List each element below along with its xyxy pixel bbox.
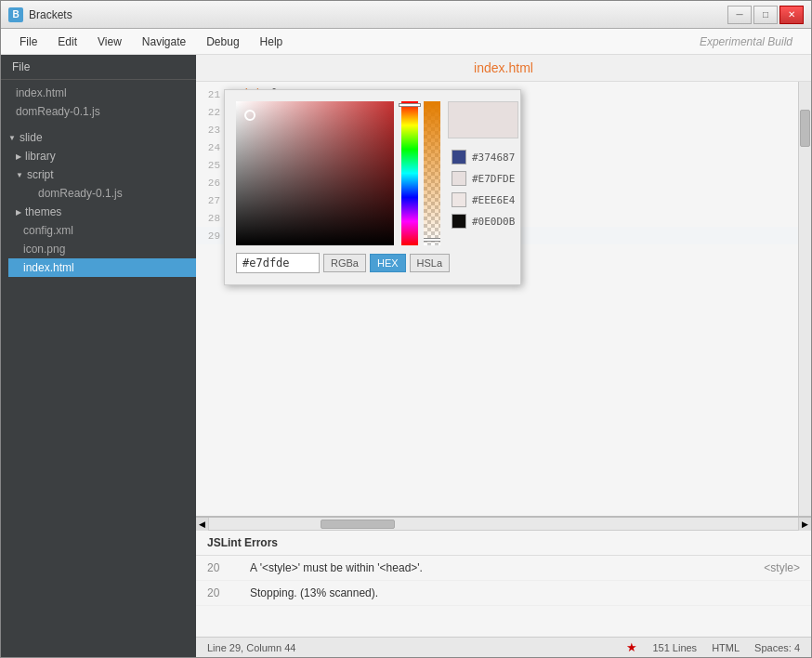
error-row-2[interactable]: 20 Stopping. (13% scanned). <box>196 581 811 606</box>
minimize-button[interactable]: ─ <box>727 6 752 24</box>
editor-container: 21 .ui-h { 22 height: 40px; 23 } <box>196 82 811 516</box>
opacity-slider[interactable] <box>424 101 440 245</box>
swatch-color-2 <box>452 171 466 186</box>
hex-mode-button[interactable]: HEX <box>370 254 406 272</box>
error-indicator-icon: ★ <box>626 640 637 654</box>
sliders-area <box>401 101 440 245</box>
hex-input[interactable] <box>236 253 320 273</box>
folder-arrow: ▼ <box>16 171 23 179</box>
error-row-1[interactable]: 20 A '<style>' must be within '<head>'. … <box>196 556 811 581</box>
swatch-label-2: #E7DFDE <box>472 173 515 185</box>
app-icon-letter: B <box>12 9 19 20</box>
title-bar: B Brackets ─ □ ✕ <box>1 1 811 29</box>
cursor-position: Line 29, Column 44 <box>207 642 295 653</box>
scroll-thumb[interactable] <box>321 520 395 529</box>
folder-label: library <box>25 150 56 163</box>
saturation-overlay <box>236 101 394 245</box>
folder-label: slide <box>20 131 43 144</box>
menu-debug[interactable]: Debug <box>197 32 248 52</box>
hue-cursor <box>399 103 421 107</box>
sidebar-folder-slide[interactable]: ▼ slide <box>1 128 196 147</box>
file-label: domReady-0.1.js <box>38 187 123 200</box>
sidebar-item-config-xml[interactable]: config.xml <box>8 221 196 240</box>
file-label: index.html <box>23 261 74 274</box>
indent-mode[interactable]: Spaces: 4 <box>754 642 800 653</box>
scrollbar-thumb[interactable] <box>800 110 810 147</box>
experimental-label: Experimental Build <box>690 32 802 52</box>
menu-edit[interactable]: Edit <box>48 32 86 52</box>
status-bar-right: ★ 151 Lines HTML Spaces: 4 <box>626 640 800 654</box>
menu-navigate[interactable]: Navigate <box>133 32 195 52</box>
swatch-color-1 <box>452 150 466 164</box>
opacity-gradient <box>424 101 440 245</box>
sidebar-item-index-html-top[interactable]: index.html <box>1 84 196 102</box>
folder-arrow: ▼ <box>8 134 16 142</box>
saturation-cursor <box>244 110 255 121</box>
app-icon: B <box>8 7 23 22</box>
swatch-2[interactable]: #E7DFDE <box>448 169 518 188</box>
color-picker: #374687 #E7DFDE #EEE6E4 <box>224 89 521 285</box>
horizontal-scrollbar: ◀ ▶ <box>196 518 811 531</box>
folder-arrow: ▶ <box>16 208 21 217</box>
folder-label: script <box>27 168 54 181</box>
editor-panel: index.html 21 .ui-h { 22 height: 40p <box>196 55 811 657</box>
jslint-error-list: 20 A '<style>' must be within '<head>'. … <box>196 556 811 637</box>
color-preview-box <box>448 101 518 138</box>
slide-children: ▶ library ▼ script domReady-0.1.js <box>1 147 196 277</box>
line-count: 151 Lines <box>652 642 697 653</box>
menu-bar: File Edit View Navigate Debug Help Exper… <box>1 29 811 55</box>
swatch-label-3: #EEE6E4 <box>472 194 515 206</box>
color-preview-area: #374687 #E7DFDE #EEE6E4 <box>448 101 518 230</box>
sidebar-item-icon-png[interactable]: icon.png <box>8 240 196 258</box>
swatch-label-4: #0E0D0B <box>472 216 515 228</box>
swatch-3[interactable]: #EEE6E4 <box>448 191 518 209</box>
sidebar: File index.html domReady-0.1.js ▼ slide <box>1 55 196 657</box>
swatch-color-3 <box>452 192 466 207</box>
language-mode[interactable]: HTML <box>712 642 740 653</box>
sidebar-item-domready-top[interactable]: domReady-0.1.js <box>1 102 196 121</box>
sidebar-item-domready-script[interactable]: domReady-0.1.js <box>23 184 196 203</box>
hsla-mode-button[interactable]: HSLa <box>410 254 451 272</box>
folder-label: themes <box>25 205 61 218</box>
hue-slider[interactable] <box>401 101 418 245</box>
bottom-panel: ◀ ▶ JSLint Errors 20 A '<style>' must be… <box>196 516 811 637</box>
vertical-scrollbar[interactable] <box>798 82 811 516</box>
error-line-1: 20 <box>207 561 235 574</box>
rgba-mode-button[interactable]: RGBa <box>323 254 366 272</box>
scroll-right-button[interactable]: ▶ <box>798 518 811 531</box>
file-label: config.xml <box>23 224 73 237</box>
menu-help[interactable]: Help <box>251 32 293 52</box>
maximize-button[interactable]: □ <box>753 6 778 24</box>
window-controls: ─ □ ✕ <box>727 6 804 24</box>
menu-view[interactable]: View <box>88 32 131 52</box>
menu-file[interactable]: File <box>10 32 46 52</box>
folder-arrow: ▶ <box>16 152 21 161</box>
color-swatches: #374687 #E7DFDE #EEE6E4 <box>448 148 518 230</box>
swatch-label-1: #374687 <box>472 151 515 164</box>
file-label: domReady-0.1.js <box>16 105 100 118</box>
status-bar: Line 29, Column 44 ★ 151 Lines HTML Spac… <box>196 637 811 657</box>
editor-title: index.html <box>196 55 811 82</box>
sidebar-file-list: index.html domReady-0.1.js ▼ slide ▶ <box>1 80 196 657</box>
window-title: Brackets <box>29 8 72 21</box>
error-tag-1: <style> <box>764 561 800 574</box>
title-bar-left: B Brackets <box>8 7 72 22</box>
sidebar-folder-library[interactable]: ▶ library <box>8 147 196 165</box>
script-children: domReady-0.1.js <box>8 184 196 203</box>
sidebar-item-index-html[interactable]: index.html <box>8 258 196 277</box>
sidebar-file-section[interactable]: File <box>1 55 196 80</box>
error-message-1: A '<style>' must be within '<head>'. <box>250 561 749 574</box>
application-window: B Brackets ─ □ ✕ File Edit View Navigate… <box>0 0 812 658</box>
opacity-cursor <box>424 238 440 242</box>
color-picker-top: #374687 #E7DFDE #EEE6E4 <box>236 101 509 245</box>
swatch-4[interactable]: #0E0D0B <box>448 212 518 230</box>
saturation-box[interactable] <box>236 101 394 245</box>
sidebar-folder-script[interactable]: ▼ script <box>8 165 196 184</box>
sidebar-folder-themes[interactable]: ▶ themes <box>8 203 196 221</box>
error-line-2: 20 <box>207 586 235 599</box>
scroll-track[interactable] <box>209 518 798 530</box>
close-button[interactable]: ✕ <box>779 6 804 24</box>
scroll-left-button[interactable]: ◀ <box>196 518 209 531</box>
swatch-1[interactable]: #374687 <box>448 148 518 166</box>
editor-content[interactable]: 21 .ui-h { 22 height: 40px; 23 } <box>196 82 798 516</box>
